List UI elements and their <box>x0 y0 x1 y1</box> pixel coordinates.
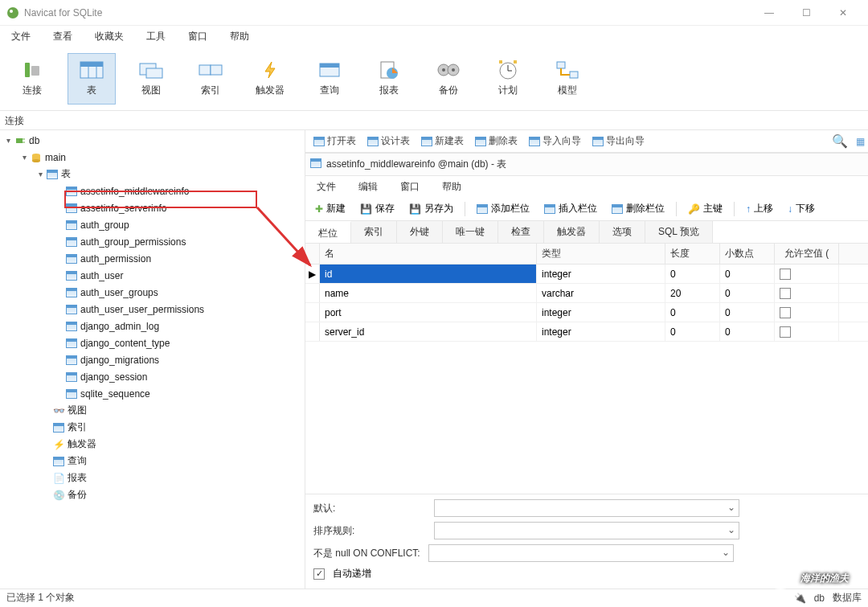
cell-decimal[interactable]: 0 <box>720 284 775 302</box>
tab-index[interactable]: 索引 <box>351 221 397 243</box>
tree-table-item[interactable]: django_migrations <box>0 351 305 368</box>
chevron-down-icon[interactable]: ⌄ <box>727 524 735 535</box>
tree-table-item[interactable]: assetinfo_middlewareinfo <box>0 183 305 199</box>
tab-unique[interactable]: 唯一键 <box>443 221 498 243</box>
tree-main-node[interactable]: ▾ main <box>0 149 305 166</box>
window-close-button[interactable]: ✕ <box>825 0 862 26</box>
cell-decimal[interactable]: 0 <box>720 265 775 283</box>
row-selector[interactable] <box>305 303 320 322</box>
default-input[interactable]: ⌄ <box>434 499 739 517</box>
row-selector[interactable] <box>305 284 320 302</box>
tree-table-item[interactable]: auth_user <box>0 267 305 284</box>
tab-columns[interactable]: 栏位 <box>305 221 351 243</box>
tree-view-node[interactable]: 👓视图 <box>0 402 305 419</box>
toolbar-report-button[interactable]: 报表 <box>365 53 413 105</box>
tree-table-item[interactable]: auth_user_groups <box>0 284 305 301</box>
menu-tools[interactable]: 工具 <box>135 27 177 47</box>
autoincrement-checkbox[interactable]: ✓ <box>313 568 325 580</box>
new-button[interactable]: ✚新建 <box>309 199 352 218</box>
cell-name[interactable]: name <box>320 284 537 302</box>
tree-report-node[interactable]: 📄报表 <box>0 470 305 486</box>
insert-column-button[interactable]: 插入栏位 <box>538 199 604 218</box>
cell-null-checkbox[interactable] <box>775 284 839 302</box>
tab-trigger[interactable]: 触发器 <box>544 221 600 243</box>
toolbar-view-button[interactable]: 视图 <box>127 53 175 105</box>
tab-sqlpreview[interactable]: SQL 预览 <box>645 221 713 243</box>
grid-row[interactable]: ▶idinteger00 <box>305 265 868 284</box>
gridhead-length[interactable]: 长度 <box>665 244 720 264</box>
menu-window[interactable]: 窗口 <box>177 27 219 47</box>
window-minimize-button[interactable]: — <box>751 0 788 26</box>
tree-table-item[interactable]: assetinfo_serverinfo <box>0 199 305 216</box>
toolbar-trigger-button[interactable]: 触发器 <box>246 53 294 105</box>
tree-backup-node[interactable]: 💿备份 <box>0 486 305 503</box>
toolbar-model-button[interactable]: 模型 <box>543 53 592 105</box>
delete-column-button[interactable]: 删除栏位 <box>605 199 671 218</box>
tab-options[interactable]: 选项 <box>600 221 645 243</box>
save-button[interactable]: 💾保存 <box>354 199 401 218</box>
tree-table-item[interactable]: auth_group <box>0 216 305 233</box>
onconflict-input[interactable]: ⌄ <box>428 544 734 562</box>
tree-table-item[interactable]: django_content_type <box>0 334 305 351</box>
menu-file[interactable]: 文件 <box>0 27 42 47</box>
cell-decimal[interactable]: 0 <box>720 303 775 322</box>
cell-name[interactable]: id <box>320 265 537 283</box>
tree-tables-node[interactable]: ▾ 表 <box>0 166 305 183</box>
primary-key-button[interactable]: 🔑主键 <box>682 199 729 218</box>
toolbar-table-button[interactable]: 表 <box>68 53 116 105</box>
cell-null-checkbox[interactable] <box>775 265 839 283</box>
search-icon[interactable]: 🔍 <box>832 133 848 149</box>
grid-icon[interactable]: ▦ <box>856 136 865 147</box>
cell-type[interactable]: varchar <box>537 284 665 302</box>
grid-row[interactable]: portinteger00 <box>305 303 868 322</box>
design-table-button[interactable]: 设计表 <box>362 133 415 150</box>
tree-index-node[interactable]: 索引 <box>0 419 305 436</box>
row-selector[interactable]: ▶ <box>305 265 320 283</box>
tree-table-item[interactable]: django_session <box>0 368 305 385</box>
cell-length[interactable]: 0 <box>665 303 720 322</box>
cell-type[interactable]: integer <box>537 265 665 283</box>
gridhead-type[interactable]: 类型 <box>537 244 665 264</box>
delete-table-button[interactable]: 删除表 <box>470 133 522 150</box>
chevron-down-icon[interactable]: ⌄ <box>727 502 735 513</box>
cell-null-checkbox[interactable] <box>775 322 839 341</box>
submenu-window[interactable]: 窗口 <box>389 177 431 197</box>
gridhead-decimal[interactable]: 小数点 <box>720 244 775 264</box>
import-wizard-button[interactable]: 导入向导 <box>524 133 586 150</box>
menu-favorites[interactable]: 收藏夹 <box>84 27 135 47</box>
gridhead-name[interactable]: 名 <box>320 244 537 264</box>
submenu-help[interactable]: 帮助 <box>431 177 473 197</box>
toolbar-plan-button[interactable]: 计划 <box>484 53 532 105</box>
cell-null-checkbox[interactable] <box>775 303 839 322</box>
collation-input[interactable]: ⌄ <box>434 522 739 539</box>
toolbar-index-button[interactable]: 索引 <box>186 53 235 105</box>
submenu-file[interactable]: 文件 <box>305 177 347 197</box>
twisty-icon[interactable]: ▾ <box>35 170 45 178</box>
menu-help[interactable]: 帮助 <box>219 27 260 47</box>
tab-foreignkey[interactable]: 外键 <box>397 221 443 243</box>
window-maximize-button[interactable]: ☐ <box>788 0 825 26</box>
cell-type[interactable]: integer <box>537 303 665 322</box>
toolbar-backup-button[interactable]: 备份 <box>424 53 473 105</box>
row-selector[interactable] <box>305 322 320 341</box>
tab-check[interactable]: 检查 <box>498 221 544 243</box>
toolbar-connect-button[interactable]: 连接 <box>8 53 56 105</box>
cell-name[interactable]: port <box>320 303 537 322</box>
add-column-button[interactable]: 添加栏位 <box>470 199 536 218</box>
cell-length[interactable]: 0 <box>665 322 720 341</box>
move-down-button[interactable]: ↓下移 <box>781 199 821 218</box>
cell-length[interactable]: 0 <box>665 265 720 283</box>
tree-table-item[interactable]: django_admin_log <box>0 318 305 334</box>
move-up-button[interactable]: ↑上移 <box>739 199 780 218</box>
chevron-down-icon[interactable]: ⌄ <box>722 547 730 558</box>
menu-view[interactable]: 查看 <box>42 27 84 47</box>
tree-table-item[interactable]: sqlite_sequence <box>0 385 305 402</box>
cell-type[interactable]: integer <box>537 322 665 341</box>
tree-table-item[interactable]: auth_permission <box>0 250 305 267</box>
open-table-button[interactable]: 打开表 <box>309 133 361 150</box>
toolbar-query-button[interactable]: 查询 <box>305 53 354 105</box>
cell-name[interactable]: server_id <box>320 322 537 341</box>
twisty-icon[interactable]: ▾ <box>19 153 29 162</box>
grid-row[interactable]: namevarchar200 <box>305 284 868 303</box>
tree-query-node[interactable]: 查询 <box>0 453 305 470</box>
